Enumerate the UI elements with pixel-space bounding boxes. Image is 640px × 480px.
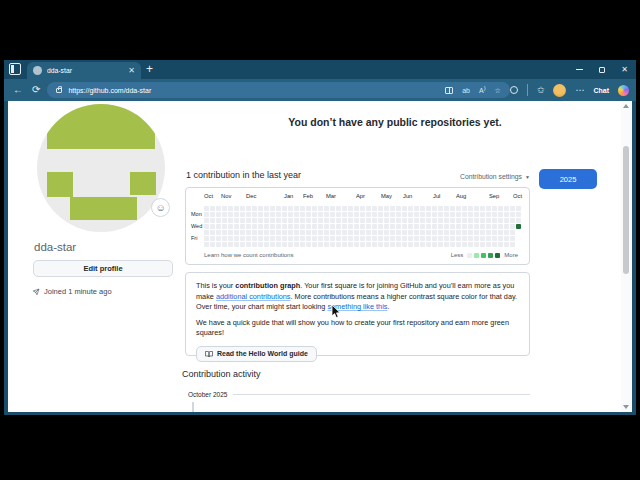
contribution-cell[interactable] <box>270 206 275 211</box>
contribution-cell[interactable] <box>348 242 353 247</box>
contribution-settings-dropdown[interactable]: Contribution settings ▼ <box>460 173 530 180</box>
inline-link[interactable]: additional contributions <box>216 292 291 301</box>
contribution-cell[interactable] <box>210 218 215 223</box>
contribution-cell[interactable] <box>372 230 377 235</box>
contribution-cell[interactable] <box>330 242 335 247</box>
contribution-cell[interactable] <box>204 212 209 217</box>
contribution-cell[interactable] <box>330 218 335 223</box>
contribution-cell[interactable] <box>360 218 365 223</box>
contribution-cell[interactable] <box>390 230 395 235</box>
contribution-cell[interactable] <box>402 224 407 229</box>
contribution-cell[interactable] <box>234 236 239 241</box>
contribution-cell[interactable] <box>480 212 485 217</box>
contribution-cell[interactable] <box>456 206 461 211</box>
contribution-cell[interactable] <box>426 212 431 217</box>
contribution-cell[interactable] <box>276 230 281 235</box>
contribution-cell[interactable] <box>330 236 335 241</box>
contribution-cell[interactable] <box>306 242 311 247</box>
contribution-cell[interactable] <box>258 236 263 241</box>
contribution-cell[interactable] <box>462 236 467 241</box>
contribution-cell[interactable] <box>378 236 383 241</box>
contribution-cell[interactable] <box>222 206 227 211</box>
contribution-cell[interactable] <box>378 230 383 235</box>
contribution-cell[interactable] <box>438 218 443 223</box>
contribution-cell[interactable] <box>216 212 221 217</box>
contribution-cell[interactable] <box>234 206 239 211</box>
contribution-cell[interactable] <box>510 236 515 241</box>
contribution-cell[interactable] <box>510 218 515 223</box>
contribution-cell[interactable] <box>264 224 269 229</box>
contribution-cell[interactable] <box>396 230 401 235</box>
contribution-cell[interactable] <box>408 206 413 211</box>
contribution-cell[interactable] <box>270 236 275 241</box>
contribution-cell[interactable] <box>354 242 359 247</box>
contribution-cell[interactable] <box>354 218 359 223</box>
contribution-cell[interactable] <box>408 224 413 229</box>
contribution-cell[interactable] <box>498 224 503 229</box>
contribution-cell[interactable] <box>366 230 371 235</box>
contribution-cell[interactable] <box>306 224 311 229</box>
contribution-cell[interactable] <box>462 230 467 235</box>
address-bar[interactable]: https://github.com/dda-star ab A) ☆ <box>47 82 510 98</box>
contribution-cell[interactable] <box>282 224 287 229</box>
contribution-cell[interactable] <box>246 212 251 217</box>
contribution-cell[interactable] <box>246 206 251 211</box>
contribution-cell[interactable] <box>348 206 353 211</box>
contribution-cell[interactable] <box>366 236 371 241</box>
contribution-cell[interactable] <box>396 218 401 223</box>
contribution-cell[interactable] <box>222 242 227 247</box>
contribution-cell[interactable] <box>324 230 329 235</box>
contribution-cell[interactable] <box>282 218 287 223</box>
contribution-cell[interactable] <box>360 236 365 241</box>
contribution-cell[interactable] <box>510 242 515 247</box>
contribution-cell[interactable] <box>360 230 365 235</box>
contribution-cell[interactable] <box>252 212 257 217</box>
contribution-cell[interactable] <box>330 212 335 217</box>
contribution-cell[interactable] <box>396 206 401 211</box>
contribution-cell[interactable] <box>264 242 269 247</box>
contribution-cell[interactable] <box>246 224 251 229</box>
contribution-cell[interactable] <box>234 212 239 217</box>
contribution-cell[interactable] <box>342 242 347 247</box>
edit-profile-button[interactable]: Edit profile <box>33 260 173 277</box>
contribution-cell[interactable] <box>372 212 377 217</box>
contribution-cell[interactable] <box>510 212 515 217</box>
contribution-cell[interactable] <box>426 218 431 223</box>
contribution-cell[interactable] <box>342 212 347 217</box>
contribution-cell[interactable] <box>252 236 257 241</box>
contribution-cell[interactable] <box>492 212 497 217</box>
contribution-cell[interactable] <box>288 212 293 217</box>
contribution-cell[interactable] <box>324 242 329 247</box>
contribution-cell[interactable] <box>414 236 419 241</box>
learn-contributions-link[interactable]: Learn how we count contributions <box>204 252 449 258</box>
contribution-cell[interactable] <box>294 230 299 235</box>
contribution-cell[interactable] <box>402 236 407 241</box>
contribution-cell[interactable] <box>222 224 227 229</box>
contribution-cell[interactable] <box>480 206 485 211</box>
contribution-cell[interactable] <box>372 236 377 241</box>
contribution-cell[interactable] <box>252 230 257 235</box>
contribution-cell[interactable] <box>228 218 233 223</box>
contribution-cell[interactable] <box>390 218 395 223</box>
contribution-cell[interactable] <box>324 236 329 241</box>
contribution-cell[interactable] <box>354 224 359 229</box>
contribution-cell[interactable] <box>342 224 347 229</box>
contribution-cell[interactable] <box>474 218 479 223</box>
contribution-cell[interactable] <box>306 230 311 235</box>
contribution-cell[interactable] <box>474 206 479 211</box>
contribution-cell[interactable] <box>504 212 509 217</box>
contribution-cell[interactable] <box>492 230 497 235</box>
contribution-cell[interactable] <box>204 224 209 229</box>
contribution-cell[interactable] <box>240 236 245 241</box>
contribution-cell[interactable] <box>456 230 461 235</box>
contribution-cell[interactable] <box>312 230 317 235</box>
contribution-cell[interactable] <box>288 230 293 235</box>
page-scrollbar[interactable] <box>621 101 632 412</box>
contribution-cell[interactable] <box>276 206 281 211</box>
contribution-cell[interactable] <box>480 236 485 241</box>
contribution-cell[interactable] <box>474 212 479 217</box>
contribution-cell[interactable] <box>258 224 263 229</box>
contribution-cell[interactable] <box>276 212 281 217</box>
contribution-cell[interactable] <box>396 236 401 241</box>
contribution-cell[interactable] <box>294 242 299 247</box>
